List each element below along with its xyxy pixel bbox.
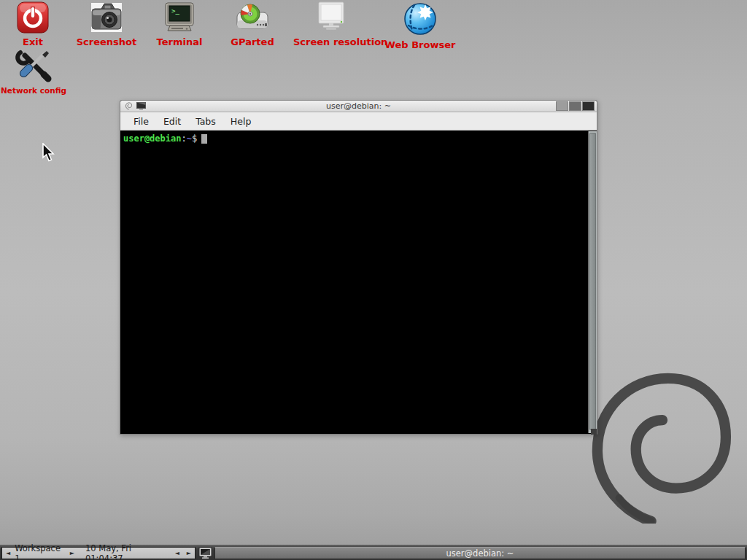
menu-file[interactable]: File — [126, 114, 156, 129]
close-button[interactable] — [582, 101, 595, 111]
workspace-next-arrow[interactable]: ► — [66, 550, 78, 556]
window-menubar: File Edit Tabs Help — [120, 112, 597, 131]
monitor-icon — [314, 1, 349, 34]
terminal-mini-icon — [136, 102, 146, 110]
window-title: user@debian: ~ — [120, 101, 597, 111]
camera-icon — [90, 1, 123, 34]
debian-swirl-logo — [573, 363, 735, 524]
prompt-path: ~ — [187, 133, 192, 144]
shell-prompt: user@debian:~$ — [123, 133, 207, 144]
icon-label: Exit — [0, 36, 71, 47]
icon-label: Screenshot — [69, 36, 144, 47]
tools-icon — [15, 48, 53, 85]
icon-label: GParted — [214, 36, 290, 47]
icon-label: Web Browser — [382, 39, 458, 50]
workspace-pager: ◄ Workspace 1 ► 10 May, Fri 01:04:37 ◄ ► — [1, 547, 196, 559]
minimize-button[interactable] — [556, 101, 568, 111]
desktop-icon-gparted[interactable]: GParted — [214, 1, 290, 47]
desktop-icon-exit[interactable]: Exit — [0, 1, 71, 47]
scrollbar-thumb[interactable] — [589, 133, 596, 430]
menu-help[interactable]: Help — [223, 114, 259, 129]
workspace-label: Workspace 1 — [14, 543, 66, 560]
power-icon — [17, 1, 49, 34]
menu-tabs[interactable]: Tabs — [188, 114, 223, 129]
prompt-dollar: $ — [192, 133, 197, 144]
clock-prev-arrow[interactable]: ◄ — [171, 550, 183, 556]
taskbar-window-button[interactable]: user@debian: ~ — [214, 547, 746, 559]
terminal-screen[interactable]: user@debian:~$ — [121, 131, 596, 433]
icon-label: Network config — [0, 86, 71, 95]
icon-label: Screen resolution — [293, 36, 369, 47]
globe-browser-icon — [403, 1, 438, 36]
desktop-icon-network-config[interactable]: Network config — [0, 48, 71, 95]
prompt-user-host: user@debian — [123, 133, 181, 144]
taskbar-window-title: user@debian: ~ — [446, 548, 514, 559]
clock-next-arrow[interactable]: ► — [183, 550, 195, 556]
scrollbar[interactable] — [588, 131, 597, 433]
prompt-colon: : — [181, 133, 186, 144]
svg-text:>_: >_ — [171, 7, 179, 15]
debian-swirl-icon — [125, 102, 133, 110]
mouse-cursor — [42, 143, 56, 163]
resize-grip[interactable] — [591, 429, 597, 435]
maximize-button[interactable] — [569, 101, 581, 111]
text-cursor — [201, 134, 207, 144]
taskbar: ◄ Workspace 1 ► 10 May, Fri 01:04:37 ◄ ►… — [0, 545, 747, 560]
crt-terminal-icon: >_ — [163, 1, 196, 34]
desktop-icon-web-browser[interactable]: Web Browser — [382, 1, 458, 50]
desktop-icon-screenshot[interactable]: Screenshot — [69, 1, 144, 47]
icon-label: Terminal — [142, 36, 217, 47]
display-tray-icon[interactable] — [198, 547, 213, 559]
partition-disk-icon — [235, 1, 270, 34]
terminal-window: user@debian: ~ File Edit Tabs Help user@… — [120, 100, 597, 435]
clock: 10 May, Fri 01:04:37 — [78, 543, 171, 560]
window-titlebar[interactable]: user@debian: ~ — [120, 101, 597, 112]
desktop-icon-screen-resolution[interactable]: Screen resolution — [293, 1, 369, 47]
desktop-icon-terminal[interactable]: >_ Terminal — [142, 1, 217, 47]
menu-edit[interactable]: Edit — [156, 114, 188, 129]
workspace-prev-arrow[interactable]: ◄ — [2, 550, 14, 556]
